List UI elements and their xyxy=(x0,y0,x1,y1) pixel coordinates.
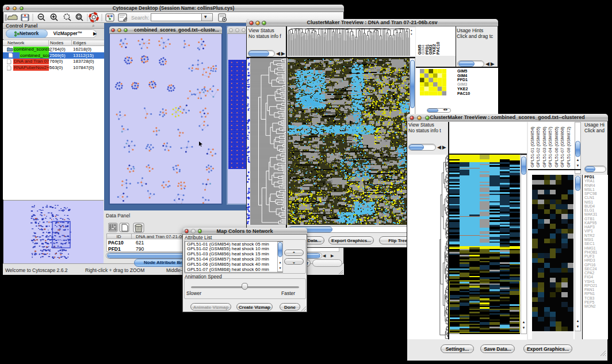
svg-text:GPL51-02 (GSM855): GPL51-02 (GSM855) xyxy=(536,127,541,167)
svg-text:GPL51-04 (GSM857): GPL51-04 (GSM857) xyxy=(548,127,553,167)
svg-text:PAC10: PAC10 xyxy=(436,42,440,55)
svg-text:GPL51-07 (GSM868): GPL51-07 (GSM868) xyxy=(560,127,565,167)
svg-text:GPL51-03 (GSM856): GPL51-03 (GSM856) xyxy=(542,127,547,167)
svg-text:GPL51-06 (GSM865): GPL51-06 (GSM865) xyxy=(554,127,559,167)
svg-text:GPL51-01 (GSM854): GPL51-01 (GSM854) xyxy=(530,127,535,167)
svg-text:GPL51-08 (GSM872): GPL51-08 (GSM872) xyxy=(566,127,571,167)
